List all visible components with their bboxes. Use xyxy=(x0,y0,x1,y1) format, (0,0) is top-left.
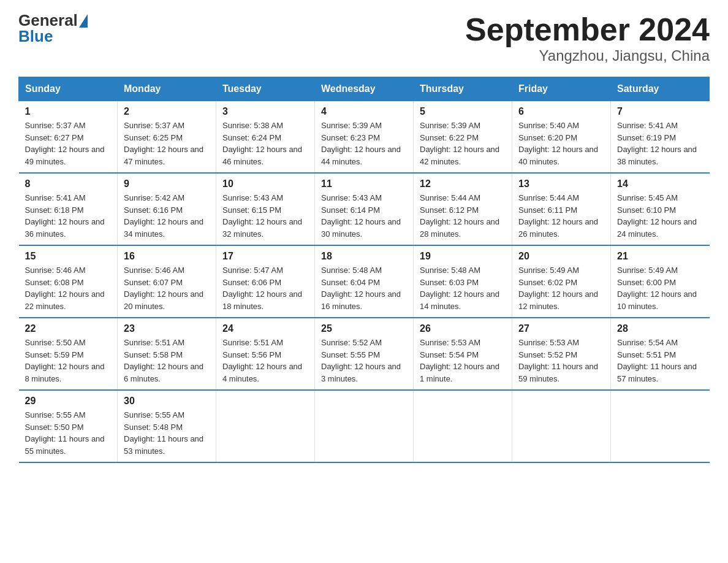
day-info: Sunrise: 5:55 AM Sunset: 5:50 PM Dayligh… xyxy=(25,409,112,457)
calendar-cell: 25 Sunrise: 5:52 AM Sunset: 5:55 PM Dayl… xyxy=(315,318,414,390)
logo: General Blue xyxy=(18,12,88,44)
day-number: 21 xyxy=(617,251,703,262)
calendar-cell xyxy=(611,390,710,462)
calendar-cell: 1 Sunrise: 5:37 AM Sunset: 6:27 PM Dayli… xyxy=(19,101,118,174)
calendar-cell: 9 Sunrise: 5:42 AM Sunset: 6:16 PM Dayli… xyxy=(118,173,216,245)
day-number: 20 xyxy=(518,251,604,262)
header-wednesday: Wednesday xyxy=(315,77,414,101)
calendar-cell: 4 Sunrise: 5:39 AM Sunset: 6:23 PM Dayli… xyxy=(315,101,414,174)
logo-blue: Blue xyxy=(18,28,88,44)
calendar-week-3: 15 Sunrise: 5:46 AM Sunset: 6:08 PM Dayl… xyxy=(19,245,710,318)
day-info: Sunrise: 5:37 AM Sunset: 6:25 PM Dayligh… xyxy=(124,120,210,167)
header-sunday: Sunday xyxy=(19,77,118,101)
calendar-cell: 20 Sunrise: 5:49 AM Sunset: 6:02 PM Dayl… xyxy=(512,245,611,318)
day-info: Sunrise: 5:47 AM Sunset: 6:06 PM Dayligh… xyxy=(222,264,308,312)
header-thursday: Thursday xyxy=(414,77,512,101)
day-info: Sunrise: 5:55 AM Sunset: 5:48 PM Dayligh… xyxy=(124,409,210,457)
day-number: 14 xyxy=(617,178,703,190)
day-info: Sunrise: 5:40 AM Sunset: 6:20 PM Dayligh… xyxy=(518,120,604,167)
calendar-cell: 10 Sunrise: 5:43 AM Sunset: 6:15 PM Dayl… xyxy=(216,173,315,245)
calendar-cell: 17 Sunrise: 5:47 AM Sunset: 6:06 PM Dayl… xyxy=(216,245,315,318)
calendar-cell: 11 Sunrise: 5:43 AM Sunset: 6:14 PM Dayl… xyxy=(315,173,414,245)
calendar-week-5: 29 Sunrise: 5:55 AM Sunset: 5:50 PM Dayl… xyxy=(19,390,710,462)
day-info: Sunrise: 5:43 AM Sunset: 6:14 PM Dayligh… xyxy=(321,192,407,240)
day-number: 11 xyxy=(321,178,407,190)
calendar-cell: 16 Sunrise: 5:46 AM Sunset: 6:07 PM Dayl… xyxy=(118,245,216,318)
header-tuesday: Tuesday xyxy=(216,77,315,101)
calendar-cell: 3 Sunrise: 5:38 AM Sunset: 6:24 PM Dayli… xyxy=(216,101,315,174)
day-info: Sunrise: 5:52 AM Sunset: 5:55 PM Dayligh… xyxy=(321,337,407,385)
calendar-cell: 12 Sunrise: 5:44 AM Sunset: 6:12 PM Dayl… xyxy=(414,173,512,245)
day-info: Sunrise: 5:46 AM Sunset: 6:07 PM Dayligh… xyxy=(124,264,210,312)
day-number: 8 xyxy=(25,178,112,190)
day-number: 7 xyxy=(617,106,703,117)
day-info: Sunrise: 5:53 AM Sunset: 5:52 PM Dayligh… xyxy=(518,337,604,385)
day-number: 5 xyxy=(420,106,506,117)
calendar-cell: 18 Sunrise: 5:48 AM Sunset: 6:04 PM Dayl… xyxy=(315,245,414,318)
day-info: Sunrise: 5:43 AM Sunset: 6:15 PM Dayligh… xyxy=(222,192,308,240)
day-info: Sunrise: 5:46 AM Sunset: 6:08 PM Dayligh… xyxy=(25,264,112,312)
day-info: Sunrise: 5:41 AM Sunset: 6:19 PM Dayligh… xyxy=(617,120,703,167)
day-number: 24 xyxy=(222,323,308,334)
calendar-cell: 28 Sunrise: 5:54 AM Sunset: 5:51 PM Dayl… xyxy=(611,318,710,390)
day-info: Sunrise: 5:54 AM Sunset: 5:51 PM Dayligh… xyxy=(617,337,703,385)
calendar-cell: 22 Sunrise: 5:50 AM Sunset: 5:59 PM Dayl… xyxy=(19,318,118,390)
calendar-week-4: 22 Sunrise: 5:50 AM Sunset: 5:59 PM Dayl… xyxy=(19,318,710,390)
day-info: Sunrise: 5:48 AM Sunset: 6:03 PM Dayligh… xyxy=(420,264,506,312)
day-info: Sunrise: 5:38 AM Sunset: 6:24 PM Dayligh… xyxy=(222,120,308,167)
day-info: Sunrise: 5:50 AM Sunset: 5:59 PM Dayligh… xyxy=(25,337,112,385)
day-info: Sunrise: 5:37 AM Sunset: 6:27 PM Dayligh… xyxy=(25,120,112,167)
day-number: 22 xyxy=(25,323,112,334)
day-number: 25 xyxy=(321,323,407,334)
calendar-cell xyxy=(315,390,414,462)
calendar-cell: 21 Sunrise: 5:49 AM Sunset: 6:00 PM Dayl… xyxy=(611,245,710,318)
calendar-cell: 19 Sunrise: 5:48 AM Sunset: 6:03 PM Dayl… xyxy=(414,245,512,318)
page-header: General Blue September 2024 Yangzhou, Ji… xyxy=(18,12,710,64)
day-number: 12 xyxy=(420,178,506,190)
header-saturday: Saturday xyxy=(611,77,710,101)
logo-triangle-icon xyxy=(79,14,88,28)
day-number: 29 xyxy=(25,396,112,407)
day-number: 15 xyxy=(25,251,112,262)
calendar-cell xyxy=(216,390,315,462)
day-info: Sunrise: 5:39 AM Sunset: 6:23 PM Dayligh… xyxy=(321,120,407,167)
day-info: Sunrise: 5:44 AM Sunset: 6:12 PM Dayligh… xyxy=(420,192,506,240)
calendar-table: Sunday Monday Tuesday Wednesday Thursday… xyxy=(18,77,710,463)
day-number: 13 xyxy=(518,178,604,190)
day-info: Sunrise: 5:39 AM Sunset: 6:22 PM Dayligh… xyxy=(420,120,506,167)
day-info: Sunrise: 5:42 AM Sunset: 6:16 PM Dayligh… xyxy=(124,192,210,240)
calendar-cell xyxy=(414,390,512,462)
calendar-cell: 13 Sunrise: 5:44 AM Sunset: 6:11 PM Dayl… xyxy=(512,173,611,245)
header-friday: Friday xyxy=(512,77,611,101)
day-info: Sunrise: 5:49 AM Sunset: 6:00 PM Dayligh… xyxy=(617,264,703,312)
day-info: Sunrise: 5:41 AM Sunset: 6:18 PM Dayligh… xyxy=(25,192,112,240)
day-info: Sunrise: 5:51 AM Sunset: 5:56 PM Dayligh… xyxy=(222,337,308,385)
logo-general: General xyxy=(18,12,78,28)
day-info: Sunrise: 5:51 AM Sunset: 5:58 PM Dayligh… xyxy=(124,337,210,385)
logo-text: General Blue xyxy=(18,12,88,44)
day-number: 28 xyxy=(617,323,703,334)
day-number: 4 xyxy=(321,106,407,117)
day-number: 9 xyxy=(124,178,210,190)
day-number: 6 xyxy=(518,106,604,117)
day-info: Sunrise: 5:53 AM Sunset: 5:54 PM Dayligh… xyxy=(420,337,506,385)
day-number: 2 xyxy=(124,106,210,117)
day-number: 19 xyxy=(420,251,506,262)
calendar-cell: 15 Sunrise: 5:46 AM Sunset: 6:08 PM Dayl… xyxy=(19,245,118,318)
calendar-title: September 2024 xyxy=(465,12,710,47)
calendar-cell: 8 Sunrise: 5:41 AM Sunset: 6:18 PM Dayli… xyxy=(19,173,118,245)
calendar-cell: 24 Sunrise: 5:51 AM Sunset: 5:56 PM Dayl… xyxy=(216,318,315,390)
day-number: 18 xyxy=(321,251,407,262)
calendar-cell: 30 Sunrise: 5:55 AM Sunset: 5:48 PM Dayl… xyxy=(118,390,216,462)
header-monday: Monday xyxy=(118,77,216,101)
calendar-cell xyxy=(512,390,611,462)
calendar-header: Sunday Monday Tuesday Wednesday Thursday… xyxy=(19,77,710,101)
calendar-cell: 23 Sunrise: 5:51 AM Sunset: 5:58 PM Dayl… xyxy=(118,318,216,390)
calendar-cell: 5 Sunrise: 5:39 AM Sunset: 6:22 PM Dayli… xyxy=(414,101,512,174)
day-number: 3 xyxy=(222,106,308,117)
day-number: 30 xyxy=(124,396,210,407)
calendar-cell: 14 Sunrise: 5:45 AM Sunset: 6:10 PM Dayl… xyxy=(611,173,710,245)
calendar-cell: 7 Sunrise: 5:41 AM Sunset: 6:19 PM Dayli… xyxy=(611,101,710,174)
calendar-cell: 29 Sunrise: 5:55 AM Sunset: 5:50 PM Dayl… xyxy=(19,390,118,462)
day-info: Sunrise: 5:44 AM Sunset: 6:11 PM Dayligh… xyxy=(518,192,604,240)
